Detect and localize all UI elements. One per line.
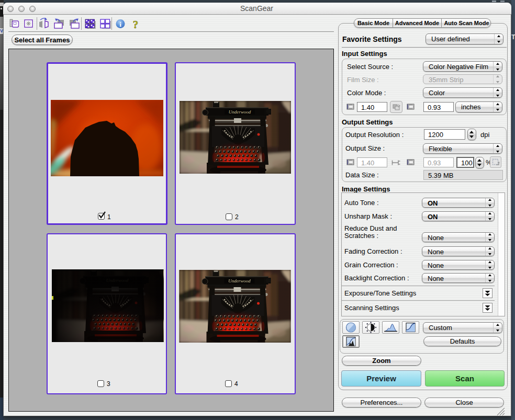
svg-text:i: i (119, 20, 121, 28)
svg-text:?: ? (133, 18, 139, 31)
